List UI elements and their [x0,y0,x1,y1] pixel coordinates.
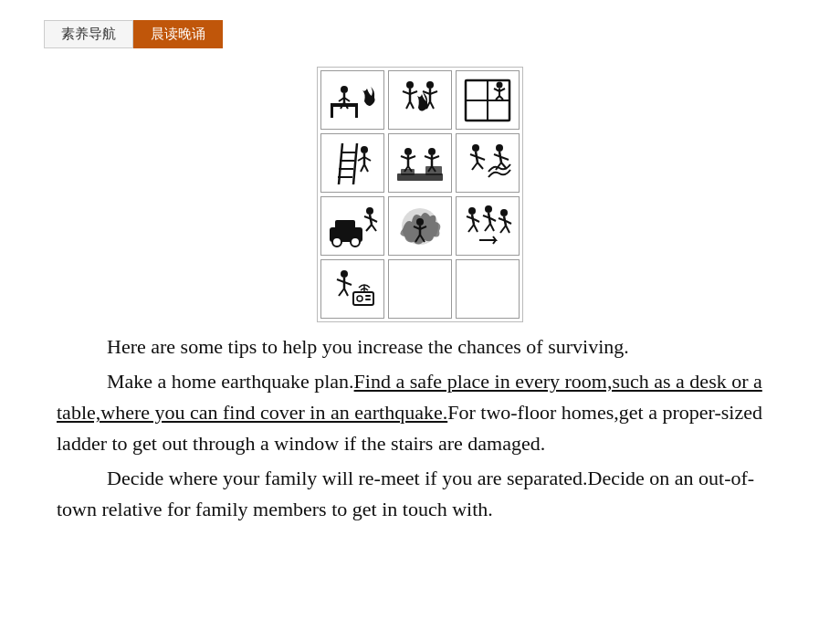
svg-line-108 [339,289,344,296]
grid-cell-6 [456,133,520,193]
svg-line-62 [478,163,483,169]
svg-rect-70 [335,220,355,231]
svg-line-90 [468,225,474,232]
grid-cell-3 [456,70,520,130]
grid-cell-7 [320,196,384,256]
paragraph-3: Decide where your family will re-meet if… [57,463,783,525]
svg-line-31 [353,143,357,184]
svg-line-95 [490,218,496,221]
svg-point-104 [341,270,348,278]
svg-point-15 [426,81,434,89]
svg-line-103 [506,226,509,233]
paragraph-2: Make a home earthquake plan.Find a safe … [57,366,783,459]
grid-cell-1 [320,70,384,130]
svg-point-57 [472,144,479,152]
svg-line-41 [364,164,368,172]
svg-point-51 [428,148,436,155]
svg-rect-2 [355,103,358,118]
svg-point-3 [341,86,348,93]
svg-point-9 [406,81,414,89]
svg-point-80 [416,218,424,226]
para1-text: Here are some tips to help you increase … [107,335,629,358]
grid-cell-10 [320,259,384,319]
svg-line-30 [339,143,342,184]
svg-line-101 [506,221,511,224]
svg-line-96 [485,224,490,231]
svg-point-111 [357,296,362,301]
grid-cell-9 [456,196,520,256]
main-content: Here are some tips to help you increase … [0,331,840,526]
disaster-icon-grid [317,67,523,322]
grid-cell-2 [388,70,452,130]
tab-chendu[interactable]: 晨读晚诵 [133,20,223,48]
svg-rect-1 [331,103,333,118]
svg-line-66 [501,157,509,160]
svg-line-109 [344,289,348,296]
svg-rect-43 [401,169,415,175]
paragraph-1: Here are some tips to help you increase … [57,331,783,362]
svg-line-97 [490,224,494,231]
svg-line-76 [372,219,377,222]
svg-line-20 [430,101,434,109]
svg-point-71 [332,237,341,247]
grid-cell-8 [388,196,452,256]
svg-point-63 [496,144,503,152]
grid-cell-12 [456,259,520,319]
svg-point-24 [497,81,503,88]
grid-cell-5 [388,133,452,193]
nav-bar: 素养导航 晨读晚诵 [44,20,840,48]
svg-line-102 [500,226,506,233]
svg-line-78 [372,225,376,231]
svg-point-92 [485,205,492,213]
svg-line-40 [361,164,364,172]
svg-line-89 [474,219,479,222]
svg-point-98 [500,209,508,216]
svg-point-72 [351,237,360,247]
svg-line-29 [499,96,503,100]
svg-line-91 [474,225,478,232]
svg-point-86 [468,207,476,215]
svg-line-13 [406,101,410,109]
tab-suyang[interactable]: 素养导航 [44,20,133,48]
para2-plain-start: Make a home earthquake plan. [107,370,354,393]
svg-line-61 [472,163,478,170]
grid-cell-4 [320,133,384,193]
svg-rect-112 [365,295,371,297]
svg-point-73 [366,207,373,215]
svg-rect-113 [365,299,371,300]
image-grid-wrapper [0,67,840,322]
para3-text: Decide where your family will re-meet if… [57,467,754,520]
grid-cell-11 [388,259,452,319]
svg-line-68 [501,163,507,169]
svg-line-60 [478,157,485,160]
svg-point-45 [404,148,412,155]
svg-line-14 [410,101,414,109]
svg-point-36 [361,146,368,153]
svg-line-77 [366,225,372,231]
